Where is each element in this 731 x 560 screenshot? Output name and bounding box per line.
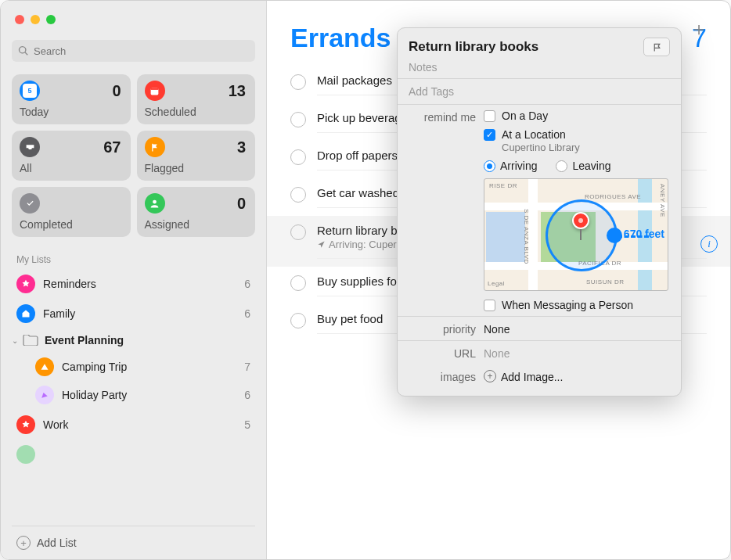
list-name: Camping Trip [62, 361, 244, 373]
flag-button[interactable] [643, 38, 670, 56]
today-label: Today [20, 106, 121, 118]
list-name: Holiday Party [62, 389, 244, 401]
maximize-window-button[interactable] [46, 15, 56, 24]
list-work[interactable]: Work 5 [12, 411, 255, 439]
list-count: 6 [244, 278, 250, 290]
task-checkbox[interactable] [290, 149, 306, 165]
url-value[interactable]: None [484, 346, 670, 360]
at-a-location-label: At a Location [502, 128, 580, 141]
radio-dot-icon [484, 160, 495, 172]
add-image-label: Add Image... [501, 369, 563, 383]
plus-icon: + [484, 370, 496, 382]
assigned-label: Assigned [145, 218, 247, 231]
list-count: 5 [244, 418, 250, 431]
location-map[interactable]: RISE DR RODRIGUES AVE PACIFICA DR S DE A… [484, 178, 668, 291]
person-icon [145, 193, 165, 214]
leaving-radio[interactable]: Leaving [556, 160, 610, 172]
list-camping-trip[interactable]: Camping Trip 7 [31, 353, 255, 381]
geofence-handle[interactable] [607, 228, 622, 243]
sidebar: 5 0 Today 13 Scheduled 67 All [1, 1, 267, 559]
window-controls [15, 15, 56, 24]
tray-icon [20, 137, 40, 157]
road-label: Legal [488, 280, 505, 287]
chevron-down-icon: ⌄ [12, 336, 20, 345]
list-bullet-icon [16, 445, 35, 464]
list-hidden[interactable] [12, 440, 255, 468]
list-name: Work [43, 418, 244, 431]
url-label: URL [409, 346, 484, 360]
section-my-lists: My Lists [16, 254, 250, 265]
arriving-radio[interactable]: Arriving [484, 160, 537, 172]
geofence-distance: 670 feet [624, 228, 664, 240]
minimize-window-button[interactable] [31, 15, 40, 24]
at-a-location-checkbox[interactable] [484, 129, 495, 141]
task-checkbox[interactable] [290, 74, 306, 90]
flagged-label: Flagged [145, 162, 247, 174]
party-icon [35, 386, 54, 404]
all-count: 67 [103, 138, 121, 156]
list-reminders[interactable]: Reminders 6 [12, 270, 255, 298]
task-checkbox[interactable] [290, 224, 306, 240]
popover-title[interactable]: Return library books [409, 39, 643, 55]
arriving-label: Arriving [500, 160, 537, 172]
smart-list-completed[interactable]: Completed [12, 187, 131, 237]
close-window-button[interactable] [15, 15, 24, 24]
reminders-window: 5 0 Today 13 Scheduled 67 All [0, 0, 731, 560]
task-checkbox[interactable] [290, 313, 306, 328]
calendar-icon [145, 81, 165, 101]
task-checkbox[interactable] [290, 275, 306, 291]
calendar-today-icon: 5 [20, 81, 40, 101]
when-messaging-label: When Messaging a Person [502, 299, 633, 311]
road-label: RISE DR [489, 182, 517, 189]
list-count: 6 [244, 307, 250, 320]
smart-list-assigned[interactable]: 0 Assigned [137, 187, 256, 237]
list-count: 7 [244, 361, 250, 373]
smart-list-today[interactable]: 5 0 Today [12, 74, 131, 124]
smart-list-all[interactable]: 67 All [12, 131, 131, 181]
road-label: S DE ANZA BLVD [523, 209, 530, 264]
search-field[interactable] [12, 40, 255, 62]
house-icon [16, 304, 35, 323]
my-lists: Reminders 6 Family 6 ⌄ Event Planning Ca… [12, 270, 255, 468]
pin-icon [16, 275, 35, 293]
notes-field[interactable]: Notes [398, 59, 681, 78]
folder-name: Event Planning [45, 334, 124, 346]
list-name: Reminders [43, 278, 244, 290]
new-reminder-button[interactable]: ＋ [690, 16, 708, 41]
add-list-button[interactable]: + Add List [12, 526, 255, 559]
flag-icon [145, 137, 165, 157]
add-image-button[interactable]: + Add Image... [484, 369, 670, 383]
task-checkbox[interactable] [290, 112, 306, 127]
star-icon [16, 415, 35, 434]
smart-list-scheduled[interactable]: 13 Scheduled [137, 74, 256, 124]
info-button[interactable]: i [700, 235, 718, 253]
search-input[interactable] [34, 45, 249, 57]
smart-lists: 5 0 Today 13 Scheduled 67 All [12, 74, 255, 237]
priority-value[interactable]: None [484, 321, 670, 336]
list-name: Family [43, 307, 244, 320]
scheduled-label: Scheduled [145, 106, 247, 118]
location-name: Cupertino Library [502, 142, 580, 153]
svg-rect-1 [151, 88, 159, 89]
completed-label: Completed [20, 218, 121, 231]
assigned-count: 0 [237, 195, 246, 213]
location-arrow-icon [317, 240, 326, 249]
tags-field[interactable]: Add Tags [398, 79, 681, 104]
remind-me-label: remind me [409, 109, 484, 311]
on-a-day-checkbox[interactable] [484, 110, 495, 122]
search-icon [18, 45, 29, 56]
flagged-count: 3 [237, 138, 246, 156]
list-family[interactable]: Family 6 [12, 300, 255, 328]
reminder-detail-popover: Return library books Notes Add Tags remi… [397, 27, 682, 397]
today-count: 0 [112, 82, 121, 100]
folder-event-planning[interactable]: ⌄ Event Planning [12, 329, 255, 351]
task-checkbox[interactable] [290, 187, 306, 203]
when-messaging-checkbox[interactable] [484, 300, 495, 311]
scheduled-count: 13 [229, 82, 246, 100]
tent-icon [35, 357, 54, 376]
list-holiday-party[interactable]: Holiday Party 6 [31, 381, 255, 409]
priority-label: priority [409, 321, 484, 336]
road-label: SUISUN DR [586, 278, 625, 285]
folder-icon [23, 335, 38, 346]
smart-list-flagged[interactable]: 3 Flagged [137, 131, 256, 181]
